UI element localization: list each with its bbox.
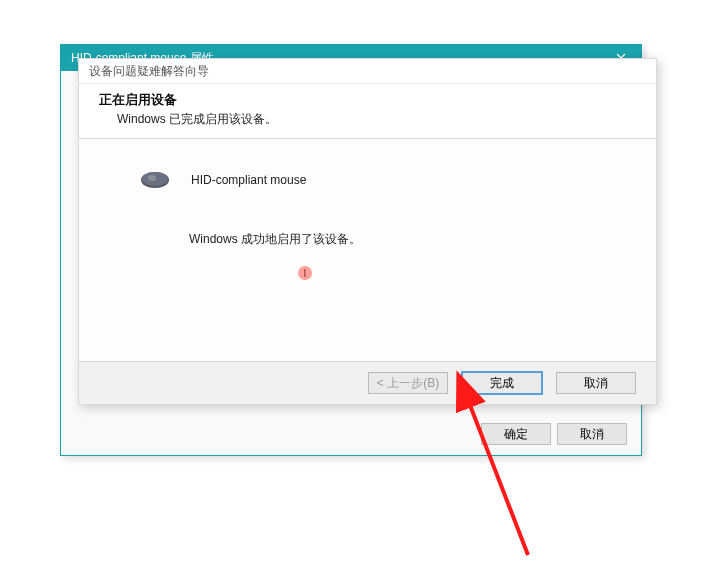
- wizard-header-subtitle: Windows 已完成启用该设备。: [117, 111, 636, 128]
- back-button: < 上一步(B): [368, 372, 448, 394]
- parent-cancel-button[interactable]: 取消: [557, 423, 627, 445]
- parent-ok-button[interactable]: 确定: [481, 423, 551, 445]
- status-text: Windows 成功地启用了该设备。: [189, 231, 616, 248]
- wizard-body: HID-compliant mouse Windows 成功地启用了该设备。: [79, 139, 656, 361]
- wizard-titlebar: 设备问题疑难解答向导: [79, 59, 656, 84]
- svg-point-4: [148, 175, 156, 181]
- wizard-header: 正在启用设备 Windows 已完成启用该设备。: [79, 84, 656, 139]
- mouse-icon: [139, 169, 171, 191]
- parent-footer: 确定 取消: [481, 423, 627, 445]
- wizard-footer: < 上一步(B) 完成 取消: [79, 361, 656, 404]
- wizard-title: 设备问题疑难解答向导: [89, 63, 209, 80]
- device-row: HID-compliant mouse: [139, 169, 616, 191]
- device-name-label: HID-compliant mouse: [191, 173, 306, 187]
- wizard-cancel-button[interactable]: 取消: [556, 372, 636, 394]
- finish-button[interactable]: 完成: [462, 372, 542, 394]
- troubleshoot-wizard-dialog: 设备问题疑难解答向导 正在启用设备 Windows 已完成启用该设备。 HID-…: [78, 58, 657, 405]
- wizard-header-title: 正在启用设备: [99, 92, 636, 109]
